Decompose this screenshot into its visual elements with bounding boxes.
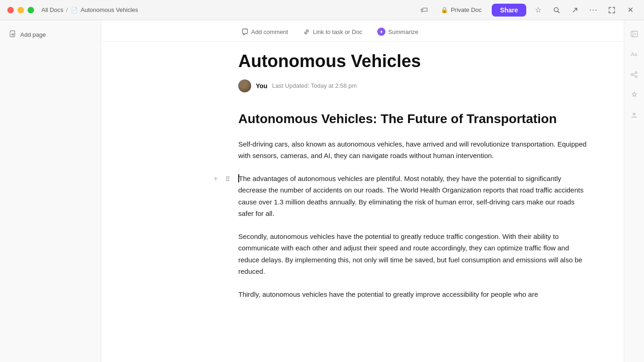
title-bar-actions: 🏷 🔒 Private Doc Share ☆ ··· ✕ [418, 4, 637, 17]
doc-paragraph-2: + The advantages of autonomous vehicles … [238, 173, 587, 220]
collapse-left-icon[interactable] [628, 28, 641, 40]
add-page-icon [9, 30, 17, 39]
summarize-label: Summarize [388, 28, 419, 35]
font-size-icon[interactable]: Aa [628, 48, 641, 61]
block-controls: + [211, 174, 233, 184]
minimize-button[interactable] [17, 7, 24, 13]
upload-icon[interactable] [628, 108, 641, 121]
close-button[interactable] [7, 7, 14, 13]
add-page-button[interactable]: Add page [6, 28, 95, 42]
star-icon[interactable]: ☆ [532, 4, 545, 17]
doc-content: Autonomous Vehicles You Last Updated: To… [101, 42, 624, 339]
main-layout: Add page Add comment Link to ta [0, 20, 644, 362]
doc-meta: You Last Updated: Today at 2:58 pm [238, 79, 587, 92]
svg-line-1 [558, 11, 560, 13]
close-icon[interactable]: ✕ [624, 4, 637, 17]
summarize-icon: ✦ [377, 28, 385, 36]
svg-rect-2 [10, 31, 15, 37]
svg-line-14 [633, 73, 635, 74]
link-icon [303, 28, 310, 35]
svg-point-7 [226, 180, 228, 181]
all-docs-link[interactable]: All Docs [41, 6, 63, 13]
right-share-icon[interactable] [628, 68, 641, 81]
add-page-label: Add page [20, 31, 46, 38]
title-bar: All Docs / 📄 Autonomous Vehicles 🏷 🔒 Pri… [0, 0, 644, 20]
export-icon[interactable] [569, 4, 581, 17]
link-to-task-button[interactable]: Link to task or Doc [300, 26, 365, 37]
avatar [238, 79, 251, 92]
expand-icon[interactable] [605, 4, 618, 17]
doc-paragraph-4: Thirdly, autonomous vehicles have the po… [238, 288, 587, 300]
private-doc-label: Private Doc [451, 6, 482, 13]
block-drag-handle[interactable] [223, 174, 233, 184]
svg-point-6 [228, 178, 230, 179]
svg-point-13 [635, 76, 637, 78]
svg-point-4 [228, 176, 230, 177]
add-comment-button[interactable]: Add comment [238, 26, 291, 37]
right-sidebar: Aa [624, 20, 644, 362]
link-to-task-label: Link to task or Doc [313, 28, 362, 35]
doc-title: Autonomous Vehicles [238, 51, 587, 72]
svg-point-8 [228, 180, 230, 181]
private-doc-button[interactable]: 🔒 Private Doc [436, 5, 486, 15]
block-add-button[interactable]: + [211, 174, 221, 184]
left-sidebar: Add page [0, 20, 101, 362]
doc-paragraph-3: Secondly, autonomous vehicles have the p… [238, 231, 587, 277]
ai-assist-icon[interactable] [628, 88, 641, 101]
search-icon[interactable] [550, 4, 563, 17]
svg-rect-9 [631, 31, 638, 37]
svg-point-12 [631, 74, 633, 75]
tag-icon[interactable]: 🏷 [418, 4, 431, 17]
doc-last-updated: Last Updated: Today at 2:58 pm [272, 82, 356, 89]
lock-icon: 🔒 [441, 6, 448, 13]
comment-icon [241, 28, 248, 35]
svg-point-11 [635, 72, 637, 74]
doc-icon: 📄 [70, 6, 78, 14]
doc-area: Add comment Link to task or Doc ✦ Summar… [101, 20, 624, 362]
current-doc-title: Autonomous Vehicles [80, 6, 138, 13]
svg-point-5 [226, 178, 228, 179]
summarize-button[interactable]: ✦ Summarize [374, 26, 421, 38]
traffic-lights [7, 7, 34, 13]
share-button[interactable]: Share [492, 4, 526, 17]
doc-toolbar: Add comment Link to task or Doc ✦ Summar… [101, 20, 624, 42]
breadcrumb-separator: / [66, 6, 68, 13]
maximize-button[interactable] [28, 7, 34, 13]
doc-author: You [256, 82, 267, 90]
svg-point-3 [226, 176, 228, 177]
add-comment-label: Add comment [251, 28, 288, 35]
breadcrumb: All Docs / 📄 Autonomous Vehicles [41, 6, 418, 14]
doc-paragraph-1: Self-driving cars, also known as autonom… [238, 138, 587, 162]
doc-heading: Autonomous Vehicles: The Future of Trans… [238, 111, 587, 127]
svg-line-15 [633, 75, 635, 76]
more-icon[interactable]: ··· [587, 4, 600, 17]
